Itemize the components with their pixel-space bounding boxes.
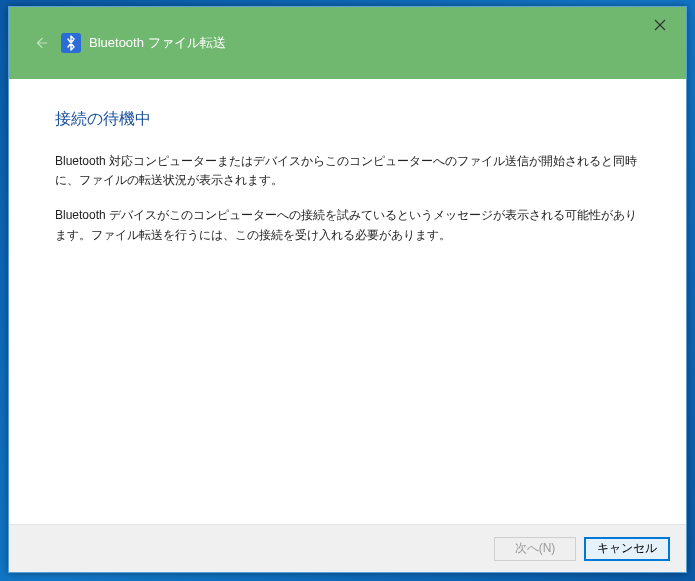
desktop-background: Bluetooth ファイル転送 接続の待機中 Bluetooth 対応コンピュ…	[0, 0, 695, 581]
info-paragraph-2: Bluetooth デバイスがこのコンピューターへの接続を試みているというメッセ…	[55, 206, 640, 244]
arrow-left-icon	[34, 36, 48, 50]
close-icon	[654, 19, 666, 31]
window-title: Bluetooth ファイル転送	[89, 34, 226, 52]
window-header: Bluetooth ファイル転送	[9, 7, 686, 79]
close-button[interactable]	[640, 11, 680, 39]
bluetooth-icon	[61, 33, 81, 53]
bluetooth-file-transfer-window: Bluetooth ファイル転送 接続の待機中 Bluetooth 対応コンピュ…	[8, 6, 687, 573]
cancel-button[interactable]: キャンセル	[584, 537, 670, 561]
back-button[interactable]	[31, 33, 51, 53]
dialog-footer: 次へ(N) キャンセル	[9, 524, 686, 572]
info-paragraph-1: Bluetooth 対応コンピューターまたはデバイスからこのコンピューターへのフ…	[55, 152, 640, 190]
page-heading: 接続の待機中	[55, 109, 640, 130]
content-area: 接続の待機中 Bluetooth 対応コンピューターまたはデバイスからこのコンピ…	[9, 79, 686, 524]
next-button: 次へ(N)	[494, 537, 576, 561]
